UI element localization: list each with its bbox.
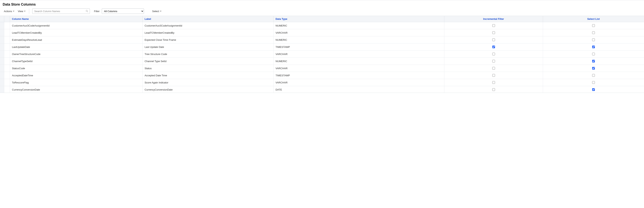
view-label: View (18, 10, 23, 13)
cell-incremental-filter (444, 44, 543, 51)
incremental-filter-checkbox[interactable] (492, 24, 495, 27)
filter-select[interactable]: All Columns (102, 9, 144, 14)
col-header-incremental-filter[interactable]: Incremental Filter (444, 16, 543, 22)
cell-select-list (543, 22, 644, 29)
row-handle (0, 44, 4, 51)
view-menu-button[interactable]: View (17, 9, 27, 14)
table-row[interactable]: OwnerTreeStructureCodeTree Structure Cod… (0, 51, 644, 58)
table-row[interactable]: EstimateDaysResolveLeadExpected Close Ti… (0, 36, 644, 44)
incremental-filter-checkbox[interactable] (492, 60, 495, 63)
cell-select-list (543, 79, 644, 86)
cell-incremental-filter (444, 36, 543, 44)
toolbar-divider (29, 9, 29, 14)
search-icon (86, 10, 88, 13)
cell-column-name: CurrencyConversionDate (10, 86, 143, 93)
row-handle (0, 86, 4, 93)
row-handle (0, 79, 4, 86)
select-list-checkbox[interactable] (592, 60, 595, 63)
select-list-checkbox[interactable] (592, 88, 595, 91)
actions-menu-button[interactable]: Actions (3, 9, 16, 14)
cell-label: Tree Structure Code (142, 51, 274, 58)
table-row[interactable]: CustomerAux3CodeAssignmentIdCustomerAux3… (0, 22, 644, 29)
row-select-cell (4, 51, 10, 58)
cell-incremental-filter (444, 79, 543, 86)
cell-incremental-filter (444, 86, 543, 93)
toolbar: Actions View Filter All Columns Select (0, 9, 644, 16)
chevron-down-icon (24, 11, 26, 12)
cell-label: Score Again Indicator (142, 79, 274, 86)
row-handle-header (0, 16, 4, 22)
select-list-checkbox[interactable] (592, 39, 595, 41)
table-scroll-region[interactable]: Column Name Label Data Type Incremental … (0, 16, 644, 93)
select-list-checkbox[interactable] (592, 24, 595, 27)
search-wrapper (32, 9, 90, 14)
col-header-label[interactable]: Label (142, 16, 274, 22)
cell-data-type: NUMERIC (274, 22, 444, 29)
cell-column-name: ChannelTypeSetId (10, 58, 143, 65)
select-list-checkbox[interactable] (592, 31, 595, 34)
select-list-checkbox[interactable] (592, 67, 595, 70)
select-menu-button[interactable]: Select (151, 9, 162, 14)
incremental-filter-checkbox[interactable] (492, 74, 495, 77)
row-select-cell (4, 65, 10, 72)
svg-line-1 (87, 12, 88, 12)
incremental-filter-checkbox[interactable] (492, 67, 495, 70)
select-list-checkbox[interactable] (592, 74, 595, 77)
actions-label: Actions (4, 10, 12, 13)
col-header-select-list[interactable]: Select List (543, 16, 644, 22)
cell-data-type: VARCHAR (274, 51, 444, 58)
incremental-filter-checkbox[interactable] (492, 88, 495, 91)
cell-label: CustomerAux3CodeAssignmentId (142, 22, 274, 29)
table-row[interactable]: CurrencyConversionDateCurrencyConversion… (0, 86, 644, 93)
cell-column-name: LeadTCMemberCreatedBy (10, 29, 143, 36)
incremental-filter-checkbox[interactable] (492, 31, 495, 34)
cell-select-list (543, 58, 644, 65)
svg-point-0 (86, 10, 87, 12)
incremental-filter-checkbox[interactable] (492, 81, 495, 84)
table-row[interactable]: LastUpdateDateLast Update DateTIMESTAMP (0, 44, 644, 51)
row-select-cell (4, 29, 10, 36)
cell-column-name: StatusCode (10, 65, 143, 72)
cell-incremental-filter (444, 72, 543, 79)
cell-data-type: NUMERIC (274, 58, 444, 65)
cell-select-list (543, 86, 644, 93)
cell-incremental-filter (444, 58, 543, 65)
cell-label: LeadTCMemberCreatedBy (142, 29, 274, 36)
row-handle (0, 72, 4, 79)
table-row[interactable]: StatusCodeStatusVARCHAR (0, 65, 644, 72)
page-title: Data Store Columns (0, 1, 644, 9)
cell-column-name: EstimateDaysResolveLead (10, 36, 143, 44)
cell-column-name: AcceptedDateTime (10, 72, 143, 79)
select-list-checkbox[interactable] (592, 81, 595, 84)
table-row[interactable]: LeadTCMemberCreatedByLeadTCMemberCreated… (0, 29, 644, 36)
col-header-data-type[interactable]: Data Type (274, 16, 444, 22)
row-select-cell (4, 79, 10, 86)
row-select-cell (4, 36, 10, 44)
cell-incremental-filter (444, 29, 543, 36)
cell-select-list (543, 65, 644, 72)
cell-label: Channel Type SetId (142, 58, 274, 65)
select-list-checkbox[interactable] (592, 46, 595, 48)
cell-data-type: NUMERIC (274, 36, 444, 44)
cell-data-type: VARCHAR (274, 29, 444, 36)
search-input[interactable] (32, 9, 90, 14)
table-row[interactable]: ChannelTypeSetIdChannel Type SetIdNUMERI… (0, 58, 644, 65)
cell-column-name: LastUpdateDate (10, 44, 143, 51)
table-row[interactable]: ToRescoreFlagScore Again IndicatorVARCHA… (0, 79, 644, 86)
col-header-column-name[interactable]: Column Name (10, 16, 143, 22)
table-row[interactable]: AcceptedDateTimeAccepted Date TimeTIMEST… (0, 72, 644, 79)
incremental-filter-checkbox[interactable] (492, 53, 495, 55)
cell-select-list (543, 36, 644, 44)
columns-table: Column Name Label Data Type Incremental … (0, 16, 644, 93)
incremental-filter-checkbox[interactable] (492, 46, 495, 48)
cell-label: Expected Close Time Frame (142, 36, 274, 44)
chevron-down-icon (13, 11, 14, 12)
chevron-down-icon (160, 11, 162, 12)
row-select-cell (4, 86, 10, 93)
row-select-header (4, 16, 10, 22)
incremental-filter-checkbox[interactable] (492, 39, 495, 41)
select-list-checkbox[interactable] (592, 53, 595, 55)
row-handle (0, 29, 4, 36)
row-select-cell (4, 44, 10, 51)
cell-data-type: DATE (274, 86, 444, 93)
